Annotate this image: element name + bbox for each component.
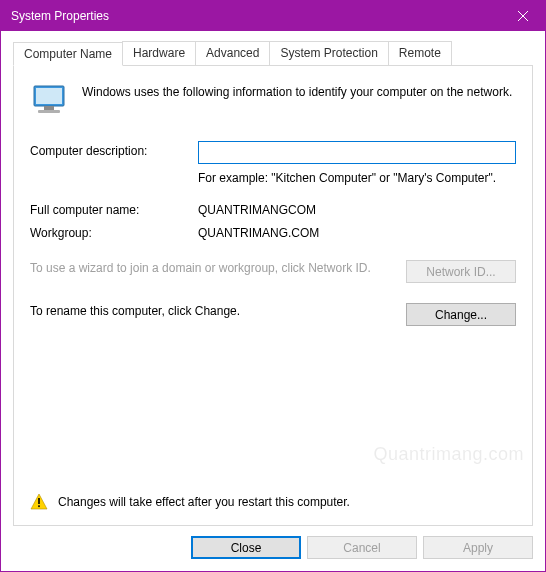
svg-rect-3 xyxy=(36,88,62,104)
label-computer-description: Computer description: xyxy=(30,141,198,158)
computer-description-input[interactable] xyxy=(198,141,516,164)
description-hint: For example: "Kitchen Computer" or "Mary… xyxy=(198,170,516,186)
tab-remote[interactable]: Remote xyxy=(388,41,452,65)
change-button[interactable]: Change... xyxy=(406,303,516,326)
system-properties-window: System Properties Computer Name Hardware… xyxy=(0,0,546,572)
svg-rect-4 xyxy=(44,106,54,110)
svg-rect-8 xyxy=(38,505,40,507)
svg-rect-7 xyxy=(38,498,40,504)
value-workgroup: QUANTRIMANG.COM xyxy=(198,223,319,240)
network-id-button: Network ID... xyxy=(406,260,516,283)
computer-icon xyxy=(30,84,70,123)
close-button[interactable]: Close xyxy=(191,536,301,559)
apply-button: Apply xyxy=(423,536,533,559)
watermark: Quantrimang.com xyxy=(373,444,524,465)
label-workgroup: Workgroup: xyxy=(30,223,198,240)
value-full-computer-name: QUANTRIMANGCOM xyxy=(198,200,316,217)
change-text: To rename this computer, click Change. xyxy=(30,303,394,319)
intro-text: Windows uses the following information t… xyxy=(82,84,512,123)
tab-hardware[interactable]: Hardware xyxy=(122,41,196,65)
close-window-button[interactable] xyxy=(500,1,545,31)
tabstrip: Computer Name Hardware Advanced System P… xyxy=(13,41,533,65)
tab-advanced[interactable]: Advanced xyxy=(195,41,270,65)
svg-rect-5 xyxy=(38,110,60,113)
label-full-computer-name: Full computer name: xyxy=(30,200,198,217)
tab-computer-name[interactable]: Computer Name xyxy=(13,42,123,66)
dialog-footer: Close Cancel Apply xyxy=(13,526,533,559)
cancel-button: Cancel xyxy=(307,536,417,559)
tab-system-protection[interactable]: System Protection xyxy=(269,41,388,65)
close-icon xyxy=(518,11,528,21)
network-id-text: To use a wizard to join a domain or work… xyxy=(30,260,394,276)
titlebar: System Properties xyxy=(1,1,545,31)
warning-icon xyxy=(30,493,48,511)
tabpanel-computer-name: Windows uses the following information t… xyxy=(13,65,533,526)
window-title: System Properties xyxy=(11,9,500,23)
client-area: Computer Name Hardware Advanced System P… xyxy=(1,31,545,571)
warning-text: Changes will take effect after you resta… xyxy=(58,495,350,509)
